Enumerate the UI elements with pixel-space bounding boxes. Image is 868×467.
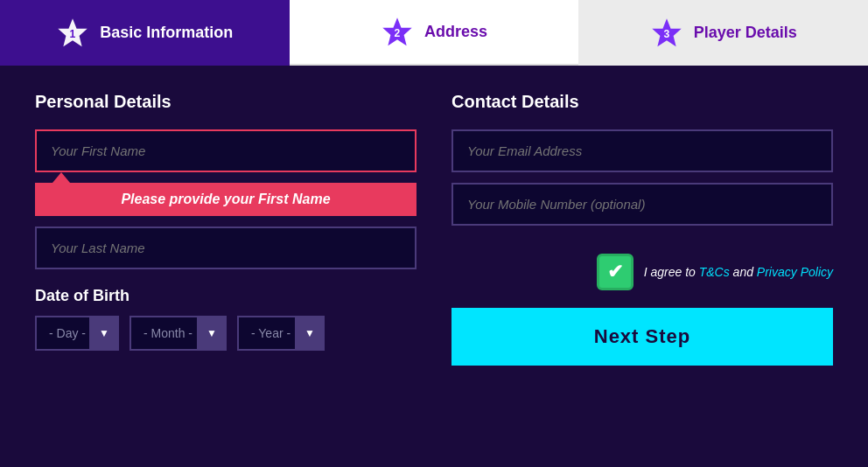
error-message: Please provide your First Name [35, 183, 416, 216]
step-3-label: Player Details [694, 24, 797, 42]
terms-text: I agree to T&Cs and Privacy Policy [644, 265, 833, 279]
dob-row: - Day - - Month - - Year - [35, 316, 416, 351]
terms-checkbox[interactable]: ✔ [597, 254, 634, 290]
day-select-wrapper: - Day - [35, 316, 119, 351]
next-step-button[interactable]: Next Step [452, 308, 833, 366]
step-3-icon: 3 [650, 17, 683, 50]
main-content: Personal Details Please provide your Fir… [0, 66, 868, 392]
first-name-input[interactable] [35, 129, 416, 172]
steps-bar: 1 Basic Information 2 Address 3 Player D… [0, 0, 868, 66]
step-2-label: Address [424, 23, 487, 41]
personal-details-title: Personal Details [35, 92, 416, 112]
email-input[interactable] [452, 129, 833, 172]
svg-text:2: 2 [395, 26, 401, 38]
terms-text-before: I agree to [644, 265, 699, 279]
error-tooltip-wrapper: Please provide your First Name [35, 172, 416, 216]
month-select-wrapper: - Month - [130, 316, 227, 351]
privacy-link[interactable]: Privacy Policy [757, 265, 833, 279]
checkmark-icon: ✔ [607, 261, 623, 283]
step-1[interactable]: 1 Basic Information [0, 0, 290, 66]
year-select-wrapper: - Year - [237, 316, 325, 351]
terms-row: ✔ I agree to T&Cs and Privacy Policy [452, 254, 833, 290]
contact-details-title: Contact Details [452, 92, 833, 112]
day-select[interactable]: - Day - [35, 316, 119, 351]
step-2[interactable]: 2 Address [290, 0, 579, 66]
error-arrow [52, 172, 70, 183]
year-select[interactable]: - Year - [237, 316, 325, 351]
right-column: Contact Details ✔ I agree to T&Cs and Pr… [452, 92, 833, 366]
step-3[interactable]: 3 Player Details [578, 0, 868, 66]
dob-label: Date of Birth [35, 287, 416, 305]
step-1-icon: 1 [56, 17, 89, 50]
last-name-input[interactable] [35, 227, 416, 269]
tc-link[interactable]: T&Cs [699, 265, 730, 279]
step-2-icon: 2 [381, 16, 414, 49]
left-column: Personal Details Please provide your Fir… [35, 92, 416, 366]
terms-text-middle: and [730, 265, 757, 279]
month-select[interactable]: - Month - [130, 316, 227, 351]
step-1-label: Basic Information [100, 24, 233, 42]
svg-text:1: 1 [70, 27, 76, 39]
mobile-input[interactable] [452, 183, 833, 226]
svg-text:3: 3 [663, 27, 669, 39]
